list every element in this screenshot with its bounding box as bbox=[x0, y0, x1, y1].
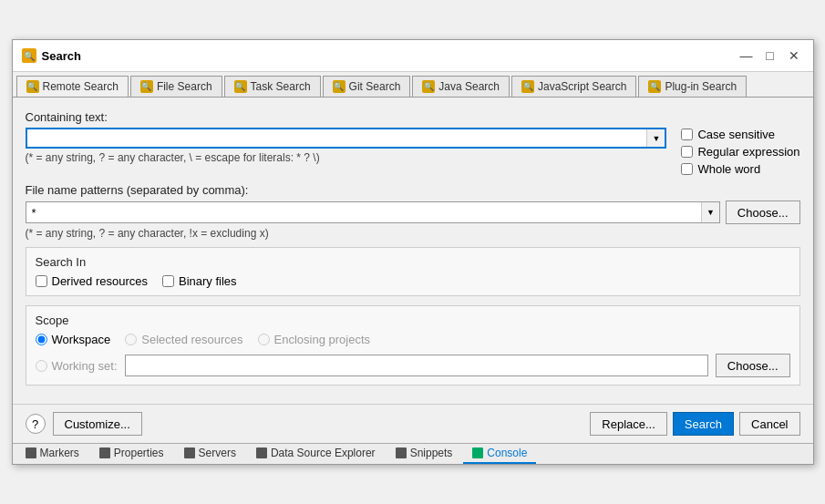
file-name-hint: (* = any string, ? = any character, !x =… bbox=[26, 227, 800, 240]
plugin-search-tab-icon: 🔍 bbox=[648, 80, 661, 93]
javascript-search-tab-icon: 🔍 bbox=[521, 80, 534, 93]
customize-button[interactable]: Customize... bbox=[53, 412, 142, 436]
tab-file-search[interactable]: 🔍 File Search bbox=[130, 76, 222, 97]
git-search-tab-icon: 🔍 bbox=[333, 80, 345, 93]
enclosing-projects-radio[interactable] bbox=[258, 334, 270, 345]
regular-expression-label: Regular expression bbox=[697, 145, 799, 159]
derived-resources-label: Derived resources bbox=[52, 274, 149, 288]
derived-resources-checkbox[interactable] bbox=[36, 275, 47, 287]
working-set-radio[interactable] bbox=[36, 360, 47, 372]
bottom-tab-properties-label: Properties bbox=[114, 447, 164, 459]
search-in-options: Derived resources Binary files bbox=[36, 274, 790, 288]
working-set-input[interactable] bbox=[126, 355, 707, 375]
bottom-tab-servers-label: Servers bbox=[199, 447, 236, 459]
containing-text-label: Containing text: bbox=[26, 110, 800, 124]
scope-section: Scope Workspace Selected resources Enclo… bbox=[26, 305, 800, 386]
help-button[interactable]: ? bbox=[26, 414, 46, 434]
dialog-content: Containing text: ▼ (* = any string, ? = … bbox=[13, 98, 813, 404]
datasource-icon bbox=[256, 447, 267, 458]
case-sensitive-label: Case sensitive bbox=[697, 128, 775, 141]
whole-word-label: Whole word bbox=[697, 162, 760, 176]
bottom-tab-datasource-label: Data Source Explorer bbox=[271, 447, 376, 459]
tab-file-search-label: File Search bbox=[157, 80, 212, 93]
tab-javascript-search[interactable]: 🔍 JavaScript Search bbox=[511, 76, 636, 97]
bottom-tab-properties[interactable]: Properties bbox=[90, 444, 173, 464]
file-name-dropdown-arrow[interactable]: ▼ bbox=[701, 202, 719, 222]
selected-resources-radio-label[interactable]: Selected resources bbox=[125, 333, 242, 346]
tab-git-search-label: Git Search bbox=[349, 80, 401, 93]
whole-word-checkbox[interactable] bbox=[681, 163, 693, 175]
derived-resources-checkbox-label[interactable]: Derived resources bbox=[36, 274, 149, 288]
snippets-icon bbox=[396, 447, 407, 458]
maximize-button[interactable]: □ bbox=[760, 46, 780, 66]
tab-task-search[interactable]: 🔍 Task Search bbox=[224, 76, 321, 97]
working-set-choose-button[interactable]: Choose... bbox=[716, 354, 790, 377]
case-sensitive-checkbox-label[interactable]: Case sensitive bbox=[681, 128, 799, 141]
file-name-group: File name patterns (separated by comma):… bbox=[26, 183, 800, 240]
bottom-tab-console-label: Console bbox=[487, 447, 527, 459]
selected-resources-radio[interactable] bbox=[125, 334, 137, 345]
containing-text-input-wrapper: ▼ bbox=[26, 128, 667, 149]
footer-left: ? Customize... bbox=[26, 412, 142, 436]
java-search-tab-icon: 🔍 bbox=[422, 80, 435, 93]
search-options-checkboxes: Case sensitive Regular expression Whole … bbox=[681, 128, 799, 176]
bottom-tab-markers-label: Markers bbox=[40, 447, 79, 459]
file-name-input-row: ▼ Choose... bbox=[26, 201, 800, 224]
bottom-tab-datasource[interactable]: Data Source Explorer bbox=[247, 444, 385, 464]
selected-resources-radio-text: Selected resources bbox=[141, 333, 242, 346]
window-icon: 🔍 bbox=[22, 48, 36, 63]
scope-radio-row: Workspace Selected resources Enclosing p… bbox=[36, 333, 790, 346]
tab-plugin-search[interactable]: 🔍 Plug-in Search bbox=[638, 76, 747, 97]
search-in-header: Search In bbox=[36, 255, 790, 269]
tab-task-search-label: Task Search bbox=[251, 80, 311, 93]
tab-java-search[interactable]: 🔍 Java Search bbox=[412, 76, 510, 97]
regular-expression-checkbox[interactable] bbox=[681, 146, 693, 158]
tab-plugin-search-label: Plug-in Search bbox=[665, 80, 737, 93]
search-tabs: 🔍 Remote Search 🔍 File Search 🔍 Task Sea… bbox=[13, 72, 813, 98]
remote-search-tab-icon: 🔍 bbox=[26, 80, 39, 93]
working-set-label-text: Working set: bbox=[52, 359, 118, 373]
bottom-tab-servers[interactable]: Servers bbox=[175, 444, 245, 464]
replace-button[interactable]: Replace... bbox=[590, 412, 667, 436]
binary-files-label: Binary files bbox=[179, 274, 237, 288]
bottom-tab-snippets[interactable]: Snippets bbox=[387, 444, 462, 464]
minimize-button[interactable]: — bbox=[737, 46, 757, 66]
bottom-tab-console[interactable]: Console bbox=[463, 444, 536, 464]
dialog-footer: ? Customize... Replace... Search Cancel bbox=[13, 404, 813, 443]
search-dialog: 🔍 Search — □ ✕ 🔍 Remote Search 🔍 File Se… bbox=[12, 39, 814, 465]
cancel-button[interactable]: Cancel bbox=[739, 412, 799, 436]
binary-files-checkbox-label[interactable]: Binary files bbox=[162, 274, 237, 288]
containing-text-dropdown-arrow[interactable]: ▼ bbox=[646, 129, 665, 147]
tab-remote-search-label: Remote Search bbox=[43, 80, 119, 93]
workspace-radio[interactable] bbox=[36, 334, 47, 345]
workspace-radio-label[interactable]: Workspace bbox=[36, 333, 111, 346]
binary-files-checkbox[interactable] bbox=[162, 275, 174, 287]
whole-word-checkbox-label[interactable]: Whole word bbox=[681, 162, 799, 176]
close-button[interactable]: ✕ bbox=[784, 46, 804, 66]
title-bar: 🔍 Search — □ ✕ bbox=[13, 40, 813, 72]
title-bar-left: 🔍 Search bbox=[22, 48, 81, 63]
regular-expression-checkbox-label[interactable]: Regular expression bbox=[681, 145, 799, 159]
bottom-tab-snippets-label: Snippets bbox=[410, 447, 453, 459]
tab-git-search[interactable]: 🔍 Git Search bbox=[323, 76, 411, 97]
enclosing-projects-radio-label[interactable]: Enclosing projects bbox=[258, 333, 371, 346]
containing-text-group: Containing text: ▼ (* = any string, ? = … bbox=[26, 110, 800, 176]
case-sensitive-checkbox[interactable] bbox=[681, 129, 693, 140]
tab-remote-search[interactable]: 🔍 Remote Search bbox=[16, 76, 129, 98]
file-search-tab-icon: 🔍 bbox=[140, 80, 153, 93]
containing-text-input[interactable] bbox=[27, 129, 647, 147]
window-title: Search bbox=[42, 49, 81, 63]
markers-icon bbox=[26, 447, 36, 458]
tab-java-search-label: Java Search bbox=[438, 80, 500, 93]
bottom-tab-markers[interactable]: Markers bbox=[16, 444, 88, 464]
containing-text-hint: (* = any string, ? = any character, \ = … bbox=[26, 151, 667, 164]
file-name-input[interactable] bbox=[26, 202, 701, 222]
working-set-radio-label[interactable]: Working set: bbox=[36, 359, 118, 373]
enclosing-projects-radio-text: Enclosing projects bbox=[274, 333, 371, 346]
file-name-choose-button[interactable]: Choose... bbox=[726, 201, 800, 224]
search-button[interactable]: Search bbox=[673, 412, 734, 436]
file-name-label: File name patterns (separated by comma): bbox=[26, 183, 800, 197]
scope-header: Scope bbox=[36, 314, 790, 327]
servers-icon bbox=[184, 447, 195, 458]
bottom-tabs: Markers Properties Servers Data Source E… bbox=[13, 443, 813, 464]
